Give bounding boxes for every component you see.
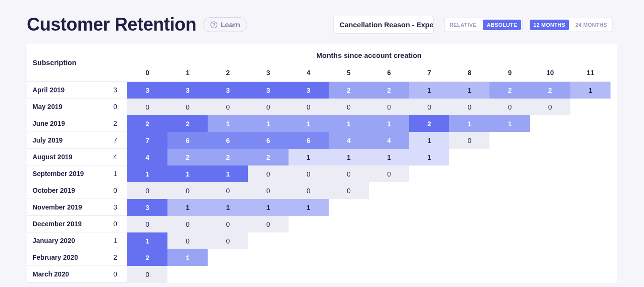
cohort-grid: Subscription Months since account creati… xyxy=(27,44,617,283)
cohort-cell: 2 xyxy=(127,115,167,132)
cohort-month: May 2019 xyxy=(33,103,104,110)
cohort-cell: 0 xyxy=(167,182,208,199)
cohort-cell: 1 xyxy=(409,82,449,99)
cohort-cell xyxy=(449,166,489,182)
cohort-cell xyxy=(530,132,570,149)
cohort-cell xyxy=(449,182,489,199)
cohort-cell: 2 xyxy=(127,249,167,266)
toggle-relative[interactable]: RELATIVE xyxy=(444,18,481,32)
cohort-grid-wrap: Subscription Months since account creati… xyxy=(0,44,644,283)
cohort-cell: 0 xyxy=(167,99,208,115)
cohort-cell xyxy=(449,266,489,283)
cohort-cell xyxy=(369,249,409,266)
toggle-24months[interactable]: 24 MONTHS xyxy=(570,18,612,32)
cohort-size: 0 xyxy=(104,220,127,228)
cohort-cell xyxy=(369,182,409,199)
cohort-cell: 0 xyxy=(248,166,288,182)
cohort-cell xyxy=(329,199,369,216)
cohort-cell xyxy=(530,166,570,182)
cohort-size: 7 xyxy=(104,136,127,144)
cohort-cell xyxy=(530,182,570,199)
cohort-cell: 1 xyxy=(167,166,208,182)
row-label: February 20202 xyxy=(27,249,127,266)
cohort-cell: 0 xyxy=(449,132,489,149)
cohort-cell xyxy=(329,249,369,266)
col-header: 9 xyxy=(489,64,530,82)
col-header: 3 xyxy=(248,64,288,82)
cohort-cell xyxy=(530,149,570,166)
toggle-12months[interactable]: 12 MONTHS xyxy=(530,20,569,30)
cohort-cell xyxy=(409,232,449,249)
learn-label: Learn xyxy=(221,21,240,29)
filter-select[interactable]: Cancellation Reason - Expecta xyxy=(333,16,433,34)
col-header: 6 xyxy=(369,64,409,82)
cohort-cell xyxy=(530,115,570,132)
svg-point-1 xyxy=(214,26,214,27)
cohort-cell: 3 xyxy=(208,82,248,99)
col-header: 8 xyxy=(449,64,489,82)
cohort-cell xyxy=(489,232,530,249)
row-label: June 20192 xyxy=(27,115,127,132)
cohort-cell xyxy=(570,149,611,166)
cohort-cell: 1 xyxy=(208,115,248,132)
cohort-cell xyxy=(409,216,449,232)
cohort-cell: 0 xyxy=(530,99,570,115)
page-title: Customer Retention xyxy=(27,14,196,35)
toggle-absolute[interactable]: ABSOLUTE xyxy=(483,20,521,30)
cohort-cell xyxy=(489,216,530,232)
cohort-cell: 7 xyxy=(127,132,167,149)
cohort-cell xyxy=(530,249,570,266)
cohort-cell: 2 xyxy=(530,82,570,99)
cohort-cell xyxy=(248,266,288,283)
cohort-cell: 0 xyxy=(248,216,288,232)
cohort-size: 3 xyxy=(104,203,127,211)
cohort-cell: 0 xyxy=(369,99,409,115)
col-header: 2 xyxy=(208,64,248,82)
cohort-month: February 2020 xyxy=(33,254,104,261)
cohort-cell: 1 xyxy=(369,115,409,132)
cohort-cell xyxy=(369,232,409,249)
cohort-cell: 3 xyxy=(167,82,208,99)
row-label: December 20190 xyxy=(27,216,127,232)
row-label: May 20190 xyxy=(27,99,127,115)
cohort-cell: 2 xyxy=(248,149,288,166)
cohort-cell: 4 xyxy=(329,132,369,149)
cohort-cell xyxy=(530,232,570,249)
cohort-cell xyxy=(289,216,329,232)
cohort-month: November 2019 xyxy=(33,203,104,211)
cohort-cell: 1 xyxy=(409,149,449,166)
cohort-size: 4 xyxy=(104,153,127,161)
cohort-cell: 3 xyxy=(289,82,329,99)
cohort-cell: 1 xyxy=(329,149,369,166)
cohort-cell: 0 xyxy=(127,266,167,283)
cohort-cell xyxy=(369,266,409,283)
cohort-cell: 0 xyxy=(409,99,449,115)
range-toggle-group: 12 MONTHS 24 MONTHS xyxy=(528,18,612,32)
cohort-cell: 1 xyxy=(248,199,288,216)
row-label: July 20197 xyxy=(27,132,127,149)
page-header: Customer Retention Learn Cancellation Re… xyxy=(0,0,644,44)
cohort-size: 2 xyxy=(104,254,127,261)
cohort-cell xyxy=(329,232,369,249)
cohort-cell xyxy=(489,182,530,199)
row-label: March 20200 xyxy=(27,266,127,283)
row-label: October 20190 xyxy=(27,182,127,199)
cohort-cell xyxy=(248,249,288,266)
cohort-month: July 2019 xyxy=(33,136,104,144)
cohort-cell: 1 xyxy=(208,166,248,182)
cohort-cell: 0 xyxy=(449,99,489,115)
cohort-cell: 3 xyxy=(248,82,288,99)
cohort-size: 0 xyxy=(104,187,127,194)
cohort-cell xyxy=(570,132,611,149)
cohort-size: 0 xyxy=(104,103,127,110)
cohort-cell xyxy=(409,166,449,182)
months-since-label: Months since account creation xyxy=(127,44,611,64)
col-header: 0 xyxy=(127,64,167,82)
cohort-cell: 2 xyxy=(167,149,208,166)
learn-button[interactable]: Learn xyxy=(203,17,247,32)
cohort-size: 1 xyxy=(104,170,127,177)
col-header: 4 xyxy=(289,64,329,82)
svg-point-0 xyxy=(211,22,217,28)
cohort-cell xyxy=(530,266,570,283)
col-header: 10 xyxy=(530,64,570,82)
